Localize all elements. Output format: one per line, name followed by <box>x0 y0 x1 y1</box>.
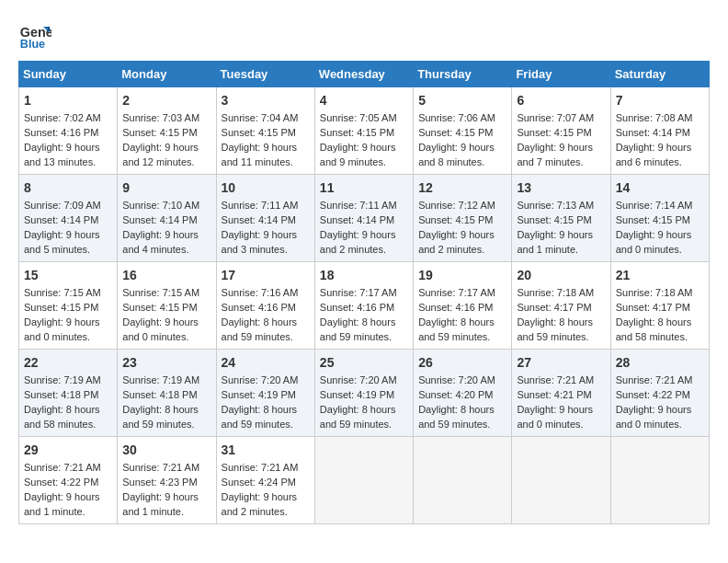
day-number: 24 <box>222 353 310 372</box>
day-info: Sunset: 4:14 PM <box>616 126 704 141</box>
day-info: Sunrise: 7:06 AM <box>418 111 506 126</box>
day-number: 3 <box>222 91 310 109</box>
day-number: 27 <box>517 353 605 372</box>
calendar-cell: 13Sunrise: 7:13 AMSunset: 4:15 PMDayligh… <box>512 175 610 262</box>
weekday-header-friday: Friday <box>512 62 610 87</box>
weekday-header-thursday: Thursday <box>414 62 512 87</box>
day-number: 7 <box>616 91 704 109</box>
day-info: Sunset: 4:16 PM <box>418 301 506 316</box>
day-info: Sunset: 4:15 PM <box>24 301 112 316</box>
day-info: Sunset: 4:24 PM <box>222 476 310 490</box>
day-info: Daylight: 9 hours and 2 minutes. <box>320 228 408 258</box>
day-info: Sunset: 4:17 PM <box>616 301 704 316</box>
day-info: Sunrise: 7:16 AM <box>222 286 310 301</box>
day-info: Sunrise: 7:13 AM <box>517 199 605 213</box>
day-info: Sunrise: 7:18 AM <box>517 286 605 301</box>
weekday-header-tuesday: Tuesday <box>216 62 314 87</box>
day-info: Sunset: 4:15 PM <box>222 126 310 141</box>
calendar-cell: 22Sunrise: 7:19 AMSunset: 4:18 PMDayligh… <box>19 350 118 437</box>
svg-text:Blue: Blue <box>20 38 45 51</box>
weekday-header-monday: Monday <box>118 62 216 87</box>
day-info: Sunrise: 7:21 AM <box>24 461 112 476</box>
calendar-cell: 2Sunrise: 7:03 AMSunset: 4:15 PMDaylight… <box>118 87 216 175</box>
day-number: 28 <box>616 353 704 372</box>
day-info: Daylight: 9 hours and 11 minutes. <box>222 141 310 170</box>
day-number: 5 <box>418 91 506 109</box>
calendar-cell: 12Sunrise: 7:12 AMSunset: 4:15 PMDayligh… <box>414 175 512 262</box>
day-info: Daylight: 9 hours and 0 minutes. <box>24 316 112 345</box>
day-info: Sunrise: 7:19 AM <box>122 373 210 388</box>
calendar-cell: 27Sunrise: 7:21 AMSunset: 4:21 PMDayligh… <box>512 350 610 437</box>
calendar-cell: 26Sunrise: 7:20 AMSunset: 4:20 PMDayligh… <box>414 350 512 437</box>
day-info: Daylight: 8 hours and 59 minutes. <box>222 316 310 345</box>
day-info: Sunrise: 7:20 AM <box>320 373 408 388</box>
day-info: Daylight: 9 hours and 2 minutes. <box>222 490 310 520</box>
day-info: Daylight: 9 hours and 0 minutes. <box>517 403 605 432</box>
calendar-cell: 4Sunrise: 7:05 AMSunset: 4:15 PMDaylight… <box>314 87 413 175</box>
logo-icon: General Blue <box>18 18 51 52</box>
page-header: General Blue <box>18 18 710 52</box>
day-info: Sunset: 4:14 PM <box>222 213 310 228</box>
day-info: Sunset: 4:15 PM <box>320 126 408 141</box>
day-info: Sunset: 4:19 PM <box>222 388 310 403</box>
day-info: Sunrise: 7:11 AM <box>320 199 408 213</box>
day-info: Daylight: 9 hours and 0 minutes. <box>616 403 704 432</box>
day-info: Sunrise: 7:21 AM <box>616 373 704 388</box>
day-info: Sunset: 4:14 PM <box>320 213 408 228</box>
day-info: Sunset: 4:20 PM <box>418 388 506 403</box>
day-number: 26 <box>418 353 506 372</box>
calendar-cell: 5Sunrise: 7:06 AMSunset: 4:15 PMDaylight… <box>414 87 512 175</box>
day-info: Daylight: 8 hours and 59 minutes. <box>320 316 408 345</box>
day-info: Sunset: 4:17 PM <box>517 301 605 316</box>
day-number: 22 <box>24 353 112 372</box>
day-info: Sunset: 4:15 PM <box>122 301 210 316</box>
day-info: Sunrise: 7:02 AM <box>24 111 112 126</box>
day-info: Daylight: 9 hours and 8 minutes. <box>418 141 506 170</box>
calendar-cell: 18Sunrise: 7:17 AMSunset: 4:16 PMDayligh… <box>314 262 413 350</box>
day-info: Sunset: 4:14 PM <box>24 213 112 228</box>
day-info: Sunrise: 7:05 AM <box>320 111 408 126</box>
day-info: Daylight: 8 hours and 59 minutes. <box>122 403 210 432</box>
day-info: Daylight: 8 hours and 59 minutes. <box>517 316 605 345</box>
calendar-cell <box>512 437 610 524</box>
day-info: Sunset: 4:15 PM <box>122 126 210 141</box>
day-info: Daylight: 9 hours and 1 minute. <box>24 490 112 520</box>
day-number: 16 <box>122 266 210 284</box>
day-info: Sunset: 4:15 PM <box>616 213 704 228</box>
day-number: 25 <box>320 353 408 372</box>
calendar-cell <box>314 437 413 524</box>
day-info: Sunset: 4:23 PM <box>122 476 210 490</box>
day-info: Sunrise: 7:07 AM <box>517 111 605 126</box>
day-info: Sunset: 4:22 PM <box>24 476 112 490</box>
day-info: Sunset: 4:18 PM <box>24 388 112 403</box>
day-number: 20 <box>517 266 605 284</box>
calendar-cell: 30Sunrise: 7:21 AMSunset: 4:23 PMDayligh… <box>118 437 216 524</box>
calendar-cell: 16Sunrise: 7:15 AMSunset: 4:15 PMDayligh… <box>118 262 216 350</box>
calendar-cell: 1Sunrise: 7:02 AMSunset: 4:16 PMDaylight… <box>19 87 118 175</box>
calendar-cell: 6Sunrise: 7:07 AMSunset: 4:15 PMDaylight… <box>512 87 610 175</box>
day-number: 4 <box>320 91 408 109</box>
day-info: Daylight: 9 hours and 9 minutes. <box>320 141 408 170</box>
day-info: Sunset: 4:15 PM <box>517 213 605 228</box>
day-info: Daylight: 9 hours and 3 minutes. <box>222 228 310 258</box>
day-number: 23 <box>122 353 210 372</box>
day-info: Sunset: 4:15 PM <box>418 126 506 141</box>
day-number: 10 <box>222 178 310 197</box>
day-number: 13 <box>517 178 605 197</box>
day-number: 12 <box>418 178 506 197</box>
calendar-cell: 8Sunrise: 7:09 AMSunset: 4:14 PMDaylight… <box>19 175 118 262</box>
day-info: Sunrise: 7:04 AM <box>222 111 310 126</box>
calendar-cell: 10Sunrise: 7:11 AMSunset: 4:14 PMDayligh… <box>216 175 314 262</box>
day-number: 18 <box>320 266 408 284</box>
day-info: Daylight: 8 hours and 59 minutes. <box>418 403 506 432</box>
day-info: Sunrise: 7:15 AM <box>24 286 112 301</box>
day-info: Sunrise: 7:12 AM <box>418 199 506 213</box>
day-number: 2 <box>122 91 210 109</box>
weekday-header-sunday: Sunday <box>19 62 118 87</box>
day-number: 1 <box>24 91 112 109</box>
day-number: 8 <box>24 178 112 197</box>
day-info: Daylight: 9 hours and 12 minutes. <box>122 141 210 170</box>
day-info: Sunset: 4:14 PM <box>122 213 210 228</box>
calendar-cell <box>610 437 709 524</box>
calendar-table: SundayMondayTuesdayWednesdayThursdayFrid… <box>18 61 710 524</box>
